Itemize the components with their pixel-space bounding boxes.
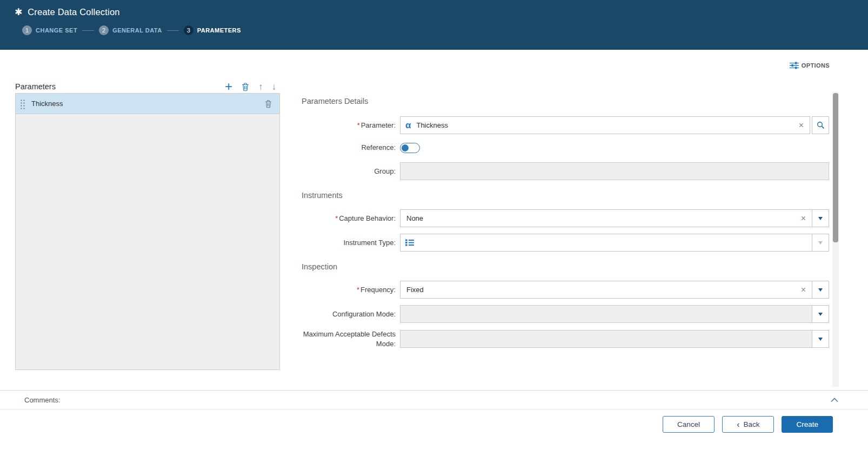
step-general-data[interactable]: 2 GENERAL DATA bbox=[99, 25, 162, 35]
parameters-panel-header: Parameters + ↑ ↓ bbox=[15, 80, 280, 93]
vertical-scrollbar[interactable] bbox=[832, 92, 839, 387]
options-label: OPTIONS bbox=[802, 62, 830, 69]
configuration-mode-input[interactable] bbox=[400, 305, 812, 323]
configuration-mode-dropdown-button[interactable] bbox=[812, 305, 829, 323]
instrument-type-control bbox=[400, 234, 829, 252]
wizard-header: ✱ Create Data Collection 1 CHANGE SET 2 … bbox=[0, 0, 868, 50]
group-label: Group: bbox=[302, 167, 400, 176]
instrument-type-label: Instrument Type: bbox=[302, 238, 400, 248]
create-button[interactable]: Create bbox=[782, 416, 833, 433]
parameter-value: Thickness bbox=[416, 121, 448, 129]
frequency-label: *Frequency: bbox=[302, 285, 400, 295]
back-button[interactable]: ‹ Back bbox=[722, 416, 774, 433]
delete-item-button[interactable] bbox=[264, 100, 272, 108]
cancel-button[interactable]: Cancel bbox=[663, 416, 715, 433]
trash-icon bbox=[241, 82, 250, 91]
max-defects-mode-input[interactable] bbox=[400, 330, 812, 348]
capture-behavior-control: None × bbox=[400, 209, 829, 227]
max-defects-mode-control bbox=[400, 330, 829, 348]
step-label: GENERAL DATA bbox=[112, 27, 162, 34]
footer-actions: Cancel ‹ Back Create bbox=[0, 410, 868, 449]
capture-behavior-input[interactable]: None × bbox=[400, 209, 812, 227]
add-parameter-button[interactable]: + bbox=[225, 82, 232, 91]
comments-bar: Comments: bbox=[0, 390, 868, 410]
page-title: Create Data Collection bbox=[28, 7, 119, 17]
chevron-down-icon bbox=[818, 338, 823, 341]
step-number: 2 bbox=[99, 25, 109, 35]
frequency-control: Fixed × bbox=[400, 281, 829, 299]
chevron-up-icon bbox=[831, 398, 838, 402]
move-down-button[interactable]: ↓ bbox=[272, 82, 277, 91]
field-row-capture-behavior: *Capture Behavior: None × bbox=[302, 209, 829, 227]
toggle-knob bbox=[402, 144, 409, 151]
list-item-label: Thickness bbox=[31, 100, 264, 108]
reference-toggle[interactable] bbox=[400, 143, 420, 153]
step-change-set[interactable]: 1 CHANGE SET bbox=[22, 25, 77, 35]
required-marker: * bbox=[357, 286, 359, 294]
clear-icon[interactable]: × bbox=[798, 121, 805, 130]
move-up-button[interactable]: ↑ bbox=[258, 82, 263, 91]
frequency-dropdown-button[interactable] bbox=[812, 281, 829, 299]
frequency-value: Fixed bbox=[406, 286, 424, 294]
section-inspection: Inspection bbox=[302, 262, 829, 271]
parameter-label: *Parameter: bbox=[302, 121, 400, 130]
asterisk-icon: ✱ bbox=[15, 8, 22, 17]
search-icon bbox=[817, 121, 825, 129]
frequency-input[interactable]: Fixed × bbox=[400, 281, 812, 299]
field-row-configuration-mode: Configuration Mode: bbox=[302, 305, 829, 323]
chevron-down-icon bbox=[818, 241, 823, 245]
instrument-type-input[interactable] bbox=[400, 234, 812, 252]
configuration-mode-control bbox=[400, 305, 829, 323]
step-parameters[interactable]: 3 PARAMETERS bbox=[184, 25, 241, 35]
step-label: PARAMETERS bbox=[197, 27, 241, 34]
section-parameters-details: Parameters Details bbox=[302, 97, 829, 105]
step-connector bbox=[82, 30, 94, 31]
group-input[interactable] bbox=[400, 162, 829, 180]
instrument-type-dropdown-button[interactable] bbox=[812, 234, 829, 252]
configuration-mode-label: Configuration Mode: bbox=[302, 309, 400, 319]
delete-parameter-button[interactable] bbox=[241, 82, 250, 91]
reference-label: Reference: bbox=[302, 143, 400, 153]
title-row: ✱ Create Data Collection bbox=[0, 0, 868, 17]
parameter-control: α Thickness × bbox=[400, 116, 829, 134]
parameters-panel-title: Parameters bbox=[15, 82, 56, 91]
step-label: CHANGE SET bbox=[36, 27, 77, 34]
drag-handle-icon[interactable] bbox=[20, 98, 25, 109]
collapse-comments-button[interactable] bbox=[831, 398, 838, 402]
step-connector bbox=[167, 30, 179, 31]
clear-icon[interactable]: × bbox=[800, 286, 807, 294]
alpha-icon: α bbox=[405, 121, 411, 130]
field-row-parameter: *Parameter: α Thickness × bbox=[302, 116, 829, 134]
chevron-down-icon bbox=[818, 217, 823, 220]
parameters-panel: Parameters + ↑ ↓ Thickness bbox=[15, 80, 280, 370]
options-button[interactable]: OPTIONS bbox=[790, 62, 830, 69]
scrollbar-thumb[interactable] bbox=[833, 93, 838, 242]
reference-control bbox=[400, 143, 829, 153]
required-marker: * bbox=[357, 121, 360, 129]
max-defects-mode-dropdown-button[interactable] bbox=[812, 330, 829, 348]
trash-icon bbox=[264, 100, 272, 108]
wizard-steps: 1 CHANGE SET 2 GENERAL DATA 3 PARAMETERS bbox=[0, 25, 868, 35]
capture-behavior-value: None bbox=[406, 214, 423, 222]
chevron-down-icon bbox=[818, 288, 823, 292]
parameter-input[interactable]: α Thickness × bbox=[400, 116, 810, 134]
section-instruments: Instruments bbox=[302, 191, 829, 200]
sliders-icon bbox=[790, 62, 799, 69]
clear-icon[interactable]: × bbox=[800, 214, 807, 223]
list-icon bbox=[405, 239, 414, 246]
create-data-collection-window: ✱ Create Data Collection 1 CHANGE SET 2 … bbox=[0, 0, 868, 449]
details-panel: Parameters Details *Parameter: α Thickne… bbox=[302, 97, 829, 355]
comments-label: Comments: bbox=[24, 396, 60, 404]
parameter-search-button[interactable] bbox=[812, 116, 829, 134]
capture-behavior-label: *Capture Behavior: bbox=[302, 214, 400, 223]
back-button-label: Back bbox=[743, 420, 759, 428]
step-number: 1 bbox=[22, 25, 32, 35]
list-item-thickness[interactable]: Thickness bbox=[16, 94, 279, 114]
chevron-left-icon: ‹ bbox=[737, 420, 739, 429]
chevron-down-icon bbox=[818, 313, 823, 316]
field-row-max-defects-mode: Maximum Acceptable Defects Mode: bbox=[302, 329, 829, 348]
capture-behavior-dropdown-button[interactable] bbox=[812, 209, 829, 227]
field-row-frequency: *Frequency: Fixed × bbox=[302, 281, 829, 299]
max-defects-mode-label: Maximum Acceptable Defects Mode: bbox=[302, 329, 400, 348]
required-marker: * bbox=[335, 214, 338, 222]
